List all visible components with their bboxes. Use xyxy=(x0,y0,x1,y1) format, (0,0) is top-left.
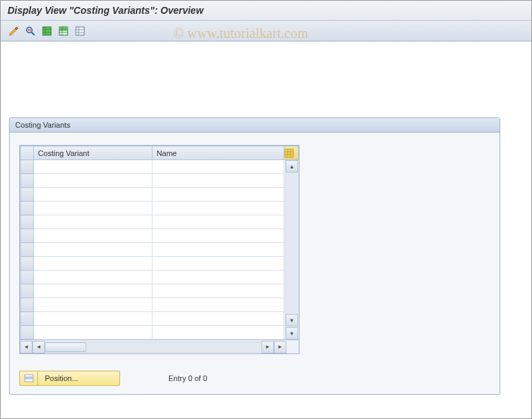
groupbox-footer: Position... Entry 0 of 0 xyxy=(10,371,500,386)
scroll-last-button[interactable]: ► xyxy=(274,341,286,353)
select-all-button[interactable] xyxy=(39,23,55,39)
cell-name[interactable] xyxy=(152,188,284,202)
row-selector-header[interactable] xyxy=(21,146,34,160)
svg-rect-2 xyxy=(28,29,31,30)
data-table-container: Costing Variant Name xyxy=(19,145,299,354)
svg-rect-3 xyxy=(28,30,31,31)
table-row[interactable] xyxy=(21,243,299,257)
cell-costing-variant[interactable] xyxy=(34,284,152,298)
groupbox-body: Costing Variant Name xyxy=(10,133,500,361)
vscroll-track[interactable] xyxy=(286,173,299,314)
cell-name[interactable] xyxy=(152,174,284,188)
app-toolbar xyxy=(1,21,531,41)
cell-costing-variant[interactable] xyxy=(34,326,152,340)
row-selector[interactable] xyxy=(21,202,34,215)
table-row[interactable] xyxy=(21,202,299,215)
cell-name[interactable] xyxy=(152,229,284,243)
svg-rect-9 xyxy=(59,27,68,30)
cell-name[interactable] xyxy=(152,271,284,284)
table-row[interactable] xyxy=(21,257,299,271)
row-selector[interactable] xyxy=(21,174,34,188)
select-all-icon xyxy=(41,26,52,37)
details-button[interactable] xyxy=(23,23,38,39)
position-button[interactable]: Position... xyxy=(37,371,120,386)
horizontal-scrollbar[interactable]: ◄ ◄ ► ► xyxy=(20,340,299,353)
svg-rect-23 xyxy=(25,377,33,379)
row-selector[interactable] xyxy=(21,284,34,298)
table-row[interactable] xyxy=(21,298,299,312)
position-button-label: Position... xyxy=(45,374,78,382)
cell-costing-variant[interactable] xyxy=(34,202,152,215)
cell-costing-variant[interactable] xyxy=(34,243,152,257)
position-icon xyxy=(24,373,34,383)
cell-costing-variant[interactable] xyxy=(34,271,152,284)
table-row[interactable] xyxy=(21,174,299,188)
row-selector[interactable] xyxy=(21,160,34,174)
row-selector[interactable] xyxy=(21,257,34,271)
scroll-first-button[interactable]: ◄ xyxy=(20,341,32,353)
svg-line-1 xyxy=(32,32,35,35)
svg-rect-4 xyxy=(43,27,51,35)
cell-name[interactable] xyxy=(152,257,284,271)
deselect-all-icon xyxy=(75,26,86,37)
cell-name[interactable] xyxy=(152,215,284,229)
cell-costing-variant[interactable] xyxy=(34,298,152,312)
table-row[interactable] xyxy=(21,284,299,298)
column-header-name[interactable]: Name xyxy=(152,146,284,160)
page-title: Display View "Costing Variants": Overvie… xyxy=(1,1,531,21)
table-row[interactable] xyxy=(21,326,299,340)
cell-costing-variant[interactable] xyxy=(34,160,152,174)
scroll-right-button[interactable]: ► xyxy=(262,341,274,353)
table-configure-button[interactable] xyxy=(284,146,298,160)
cell-costing-variant[interactable] xyxy=(34,312,152,326)
select-block-icon xyxy=(58,26,69,37)
table-row[interactable] xyxy=(21,215,299,229)
table-row[interactable] xyxy=(21,312,299,326)
table-row[interactable] xyxy=(21,160,299,174)
row-selector[interactable] xyxy=(21,298,34,312)
column-header-costing-variant[interactable]: Costing Variant xyxy=(34,146,152,160)
page-title-text: Display View "Costing Variants": Overvie… xyxy=(8,5,204,16)
cell-costing-variant[interactable] xyxy=(34,215,152,229)
cell-costing-variant[interactable] xyxy=(34,174,152,188)
scroll-up-button[interactable]: ▲ xyxy=(286,160,298,173)
cell-name[interactable] xyxy=(152,284,284,298)
table-row[interactable] xyxy=(21,188,299,202)
grid-settings-icon xyxy=(284,148,294,158)
row-selector[interactable] xyxy=(21,229,34,243)
cell-costing-variant[interactable] xyxy=(34,188,152,202)
table-row[interactable] xyxy=(21,271,299,284)
cell-name[interactable] xyxy=(152,298,284,312)
row-selector[interactable] xyxy=(21,326,34,340)
toggle-change-button[interactable] xyxy=(6,23,21,39)
table-row[interactable] xyxy=(21,229,299,243)
cell-name[interactable] xyxy=(152,312,284,326)
cell-costing-variant[interactable] xyxy=(34,229,152,243)
cell-costing-variant[interactable] xyxy=(34,257,152,271)
table-header-row: Costing Variant Name xyxy=(21,146,299,160)
row-selector[interactable] xyxy=(21,215,34,229)
row-selector[interactable] xyxy=(21,188,34,202)
content-area: Costing Variants Costing Variant Name xyxy=(1,41,531,403)
row-selector[interactable] xyxy=(21,271,34,284)
select-block-button[interactable] xyxy=(56,23,71,39)
entry-status-text: Entry 0 of 0 xyxy=(168,374,207,382)
cell-name[interactable] xyxy=(152,243,284,257)
position-icon-button[interactable] xyxy=(19,371,37,386)
cell-name[interactable] xyxy=(152,160,284,174)
hscroll-track[interactable] xyxy=(45,342,262,353)
vertical-scrollbar[interactable]: ▲ ▼ ▼ xyxy=(285,160,299,340)
row-selector[interactable] xyxy=(21,243,34,257)
row-selector[interactable] xyxy=(21,312,34,326)
groupbox-title-text: Costing Variants xyxy=(15,121,70,129)
cell-name[interactable] xyxy=(152,202,284,215)
pencil-glasses-icon xyxy=(8,26,19,37)
svg-rect-17 xyxy=(285,149,293,157)
deselect-all-button[interactable] xyxy=(72,23,88,39)
svg-rect-13 xyxy=(76,27,84,35)
scroll-left-button[interactable]: ◄ xyxy=(32,341,45,353)
scroll-down-button[interactable]: ▼ xyxy=(286,314,298,327)
scroll-page-down-button[interactable]: ▼ xyxy=(286,327,298,340)
cell-name[interactable] xyxy=(152,326,284,340)
hscroll-thumb[interactable] xyxy=(45,342,86,352)
